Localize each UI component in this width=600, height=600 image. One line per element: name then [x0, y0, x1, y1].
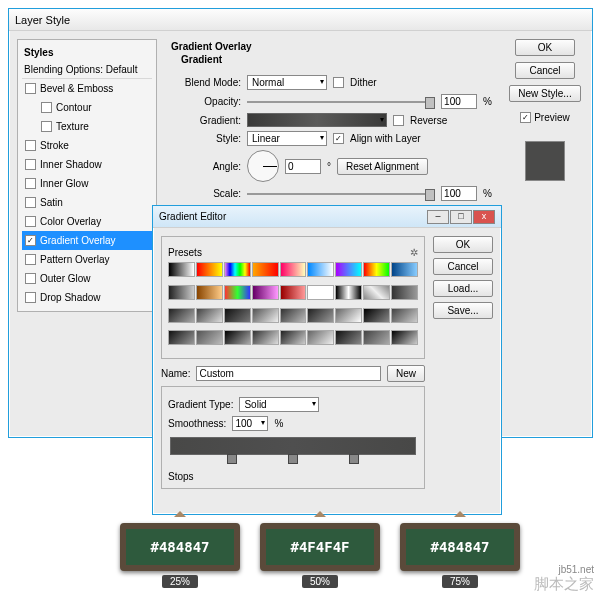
new-style-button[interactable]: New Style...: [509, 85, 580, 102]
style-checkbox[interactable]: [25, 197, 36, 208]
minimize-icon[interactable]: –: [427, 210, 449, 224]
preset-swatch[interactable]: [363, 285, 390, 300]
preset-swatch[interactable]: [252, 285, 279, 300]
ge-load-button[interactable]: Load...: [433, 280, 493, 297]
smoothness-input[interactable]: 100: [232, 416, 268, 431]
preset-swatch[interactable]: [391, 262, 418, 277]
preset-swatch[interactable]: [363, 308, 390, 323]
style-row-drop-shadow[interactable]: Drop Shadow: [22, 288, 152, 307]
preset-swatch[interactable]: [391, 285, 418, 300]
preset-swatch[interactable]: [307, 285, 334, 300]
preset-swatch[interactable]: [168, 330, 195, 345]
style-row-satin[interactable]: Satin: [22, 193, 152, 212]
preview-checkbox[interactable]: [520, 112, 531, 123]
preset-swatch[interactable]: [252, 330, 279, 345]
preset-swatch[interactable]: [196, 308, 223, 323]
scale-input[interactable]: 100: [441, 186, 477, 201]
preset-swatch[interactable]: [307, 308, 334, 323]
style-checkbox[interactable]: [25, 216, 36, 227]
style-checkbox[interactable]: [25, 292, 36, 303]
new-button[interactable]: New: [387, 365, 425, 382]
blend-mode-select[interactable]: Normal: [247, 75, 327, 90]
style-checkbox[interactable]: [41, 121, 52, 132]
preset-swatch[interactable]: [252, 262, 279, 277]
preset-swatch[interactable]: [224, 308, 251, 323]
preset-swatch[interactable]: [224, 330, 251, 345]
preset-swatch[interactable]: [168, 308, 195, 323]
preset-swatch[interactable]: [335, 308, 362, 323]
preset-swatch[interactable]: [168, 262, 195, 277]
preset-swatch[interactable]: [307, 262, 334, 277]
preset-swatch[interactable]: [391, 330, 418, 345]
reset-alignment-button[interactable]: Reset Alignment: [337, 158, 428, 175]
style-row-pattern-overlay[interactable]: Pattern Overlay: [22, 250, 152, 269]
preset-swatch[interactable]: [280, 262, 307, 277]
stops-label: Stops: [168, 471, 418, 482]
opacity-label: Opacity:: [171, 96, 241, 107]
preset-swatch[interactable]: [280, 308, 307, 323]
style-row-color-overlay[interactable]: Color Overlay: [22, 212, 152, 231]
gradient-stop[interactable]: [349, 454, 359, 464]
preset-swatch[interactable]: [335, 262, 362, 277]
preset-swatch[interactable]: [363, 330, 390, 345]
angle-dial[interactable]: [247, 150, 279, 182]
preset-swatch[interactable]: [363, 262, 390, 277]
opacity-input[interactable]: 100: [441, 94, 477, 109]
style-checkbox[interactable]: [25, 178, 36, 189]
preset-swatch[interactable]: [224, 262, 251, 277]
scale-slider[interactable]: [247, 187, 435, 201]
preset-swatch[interactable]: [307, 330, 334, 345]
style-row-bevel-emboss[interactable]: Bevel & Emboss: [22, 79, 152, 98]
gear-icon[interactable]: ✲: [410, 247, 418, 258]
cancel-button[interactable]: Cancel: [515, 62, 575, 79]
style-checkbox[interactable]: [25, 159, 36, 170]
style-checkbox[interactable]: [25, 140, 36, 151]
gradient-picker[interactable]: [247, 113, 387, 127]
style-row-outer-glow[interactable]: Outer Glow: [22, 269, 152, 288]
style-row-gradient-overlay[interactable]: Gradient Overlay: [22, 231, 152, 250]
preset-swatch[interactable]: [335, 285, 362, 300]
style-row-texture[interactable]: Texture: [22, 117, 152, 136]
ge-cancel-button[interactable]: Cancel: [433, 258, 493, 275]
angle-input[interactable]: 0: [285, 159, 321, 174]
reverse-checkbox[interactable]: [393, 115, 404, 126]
preset-swatch[interactable]: [224, 285, 251, 300]
preset-swatch[interactable]: [196, 330, 223, 345]
gradient-stop[interactable]: [227, 454, 237, 464]
name-input[interactable]: [196, 366, 381, 381]
style-select[interactable]: Linear: [247, 131, 327, 146]
maximize-icon[interactable]: □: [450, 210, 472, 224]
opacity-slider[interactable]: [247, 95, 435, 109]
callout-row: #48484725%#4F4F4F50%#48484775%: [120, 529, 520, 588]
style-checkbox[interactable]: [25, 235, 36, 246]
style-row-contour[interactable]: Contour: [22, 98, 152, 117]
scale-label: Scale:: [171, 188, 241, 199]
ge-ok-button[interactable]: OK: [433, 236, 493, 253]
style-checkbox[interactable]: [41, 102, 52, 113]
preset-swatch[interactable]: [168, 285, 195, 300]
style-row-inner-glow[interactable]: Inner Glow: [22, 174, 152, 193]
preset-swatch[interactable]: [280, 285, 307, 300]
gradient-stop[interactable]: [288, 454, 298, 464]
styles-header[interactable]: Styles: [22, 44, 152, 61]
style-checkbox[interactable]: [25, 254, 36, 265]
close-icon[interactable]: x: [473, 210, 495, 224]
style-row-inner-shadow[interactable]: Inner Shadow: [22, 155, 152, 174]
ge-save-button[interactable]: Save...: [433, 302, 493, 319]
preset-swatch[interactable]: [335, 330, 362, 345]
style-row-stroke[interactable]: Stroke: [22, 136, 152, 155]
dither-checkbox[interactable]: [333, 77, 344, 88]
style-checkbox[interactable]: [25, 273, 36, 284]
blending-options[interactable]: Blending Options: Default: [22, 61, 152, 79]
preset-swatch[interactable]: [196, 262, 223, 277]
align-checkbox[interactable]: [333, 133, 344, 144]
preset-swatch[interactable]: [252, 308, 279, 323]
gradient-bar[interactable]: [170, 437, 416, 455]
pct-callout: 25%: [162, 575, 198, 588]
style-checkbox[interactable]: [25, 83, 36, 94]
ok-button[interactable]: OK: [515, 39, 575, 56]
preset-swatch[interactable]: [196, 285, 223, 300]
preset-swatch[interactable]: [391, 308, 418, 323]
preset-swatch[interactable]: [280, 330, 307, 345]
gradient-type-select[interactable]: Solid: [239, 397, 319, 412]
